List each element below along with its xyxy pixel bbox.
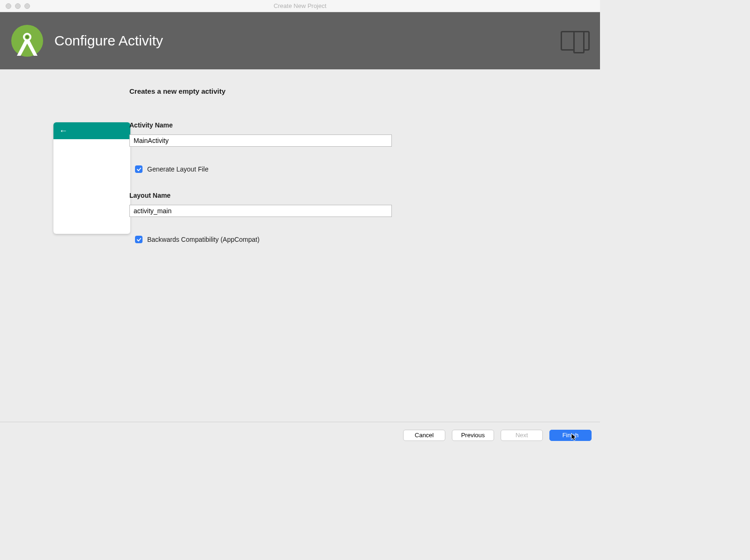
activity-name-group: Activity Name	[129, 121, 458, 147]
back-arrow-icon: ←	[59, 126, 68, 136]
window-title: Create New Project	[0, 2, 600, 9]
generate-layout-checkbox-row[interactable]: Generate Layout File	[135, 165, 458, 173]
android-studio-logo-icon	[10, 24, 44, 58]
title-bar: Create New Project	[0, 0, 600, 12]
form-column: Creates a new empty activity Activity Na…	[129, 87, 458, 422]
window-controls	[0, 3, 30, 9]
preview-column: ←	[18, 87, 96, 422]
preview-appbar: ←	[53, 122, 130, 139]
previous-button[interactable]: Previous	[452, 430, 494, 441]
backwards-compat-label: Backwards Compatibility (AppCompat)	[147, 236, 260, 243]
minimize-window-icon[interactable]	[15, 3, 21, 9]
layout-name-group: Layout Name	[129, 192, 458, 217]
header-left: Configure Activity	[10, 24, 163, 58]
layout-name-input[interactable]	[129, 205, 392, 217]
header-title: Configure Activity	[54, 33, 163, 49]
backwards-compat-checkbox[interactable]	[135, 236, 142, 243]
activity-name-label: Activity Name	[129, 121, 458, 129]
layout-name-label: Layout Name	[129, 192, 458, 199]
device-preview-icon	[561, 31, 590, 51]
activity-name-input[interactable]	[129, 134, 392, 147]
svg-point-2	[26, 36, 29, 38]
generate-layout-checkbox[interactable]	[135, 165, 142, 173]
activity-preview: ←	[53, 122, 130, 234]
backwards-compat-checkbox-row[interactable]: Backwards Compatibility (AppCompat)	[135, 236, 458, 243]
finish-button[interactable]: Finish	[549, 430, 592, 441]
form-subtitle: Creates a new empty activity	[129, 87, 458, 95]
cancel-button[interactable]: Cancel	[403, 430, 445, 441]
footer-bar: Cancel Previous Next Finish	[0, 422, 600, 448]
backwards-compat-group: Backwards Compatibility (AppCompat)	[129, 236, 458, 243]
generate-layout-label: Generate Layout File	[147, 165, 209, 173]
content-area: ← Creates a new empty activity Activity …	[0, 69, 600, 422]
next-button: Next	[501, 430, 543, 441]
generate-layout-group: Generate Layout File	[129, 165, 458, 173]
zoom-window-icon[interactable]	[24, 3, 30, 9]
close-window-icon[interactable]	[6, 3, 11, 9]
header-banner: Configure Activity	[0, 12, 600, 69]
